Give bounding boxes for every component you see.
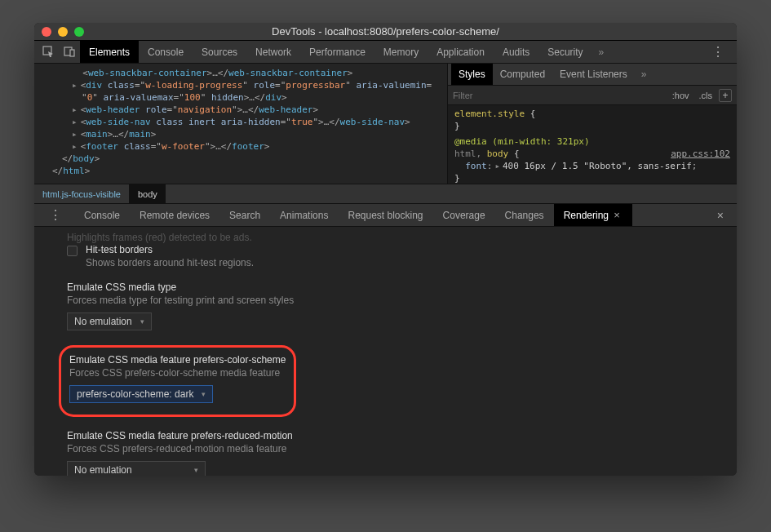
sidebar-tabs: Styles Computed Event Listeners » bbox=[448, 64, 737, 86]
macos-titlebar: DevTools - localhost:8080/prefers-color-… bbox=[34, 23, 737, 41]
chevron-down-icon: ▾ bbox=[194, 466, 198, 474]
prefers-color-scheme-select[interactable]: prefers-color-scheme: dark▾ bbox=[69, 385, 213, 403]
new-style-rule-button[interactable]: + bbox=[719, 89, 732, 102]
tab-security[interactable]: Security bbox=[538, 41, 592, 63]
tab-audits[interactable]: Audits bbox=[494, 41, 538, 63]
hit-test-borders-checkbox[interactable] bbox=[67, 246, 78, 256]
sidebar-tabs-overflow-icon[interactable]: » bbox=[635, 69, 654, 80]
devtools-window: DevTools - localhost:8080/prefers-color-… bbox=[34, 23, 737, 476]
rendering-panel: Highlights frames (red) detected to be a… bbox=[34, 227, 737, 476]
prefers-reduced-motion-select[interactable]: No emulation▾ bbox=[67, 461, 206, 476]
sidebar-tab-event-listeners[interactable]: Event Listeners bbox=[552, 64, 635, 85]
styles-filterbar: :hov .cls + bbox=[448, 86, 737, 105]
traffic-lights bbox=[34, 27, 84, 37]
drawer-menu-icon[interactable]: ⋮ bbox=[41, 207, 71, 223]
settings-menu-icon[interactable]: ⋮ bbox=[703, 44, 733, 60]
styles-filter-input[interactable] bbox=[453, 91, 666, 100]
close-drawer-icon[interactable]: × bbox=[717, 209, 730, 222]
tab-network[interactable]: Network bbox=[246, 41, 300, 63]
breadcrumb: html.js-focus-visible body bbox=[34, 184, 737, 204]
drawer-tab-console[interactable]: Console bbox=[74, 204, 130, 226]
drawer-tab-changes[interactable]: Changes bbox=[495, 204, 554, 226]
source-link[interactable]: app.css:102 bbox=[671, 148, 730, 160]
drawer-tab-coverage[interactable]: Coverage bbox=[433, 204, 495, 226]
styles-pane[interactable]: element.style {} @media (min-width: 321p… bbox=[448, 105, 737, 184]
crumb-body[interactable]: body bbox=[130, 184, 166, 203]
sidebar-tab-styles[interactable]: Styles bbox=[451, 64, 493, 85]
cls-toggle[interactable]: .cls bbox=[696, 91, 716, 100]
drawer: ⋮ Console Remote devices Search Animatio… bbox=[34, 204, 737, 476]
window-title: DevTools - localhost:8080/prefers-color-… bbox=[34, 25, 737, 38]
zoom-window-button[interactable] bbox=[74, 27, 84, 37]
inspect-icon[interactable] bbox=[38, 43, 59, 61]
prefers-reduced-motion-desc: Forces CSS prefers-reduced-motion media … bbox=[67, 443, 722, 454]
prefers-color-scheme-desc: Forces CSS prefers-color-scheme media fe… bbox=[69, 367, 286, 379]
main-tabs: Elements Console Sources Network Perform… bbox=[80, 41, 610, 63]
emulate-media-type-label: Emulate CSS media type bbox=[67, 282, 722, 293]
tab-console[interactable]: Console bbox=[139, 41, 193, 63]
sidebar-tab-computed[interactable]: Computed bbox=[493, 64, 552, 85]
prefers-color-scheme-label: Emulate CSS media feature prefers-color-… bbox=[69, 354, 286, 366]
drawer-tabs: ⋮ Console Remote devices Search Animatio… bbox=[34, 204, 737, 227]
drawer-tab-search[interactable]: Search bbox=[219, 204, 270, 226]
emulate-media-type-desc: Forces media type for testing print and … bbox=[67, 295, 722, 306]
tab-performance[interactable]: Performance bbox=[300, 41, 374, 63]
hit-test-borders-label: Hit-test borders bbox=[86, 244, 254, 255]
prefers-reduced-motion-label: Emulate CSS media feature prefers-reduce… bbox=[67, 430, 722, 441]
minimize-window-button[interactable] bbox=[58, 27, 68, 37]
svg-rect-2 bbox=[70, 50, 74, 56]
close-tab-icon[interactable]: × bbox=[611, 209, 623, 221]
highlight-annotation: Emulate CSS media feature prefers-color-… bbox=[59, 345, 296, 417]
hit-test-borders-desc: Shows borders around hit-test regions. bbox=[86, 257, 254, 268]
main-toolbar: Elements Console Sources Network Perform… bbox=[34, 41, 737, 64]
crumb-html[interactable]: html.js-focus-visible bbox=[34, 184, 130, 203]
close-window-button[interactable] bbox=[42, 27, 51, 37]
tab-sources[interactable]: Sources bbox=[193, 41, 246, 63]
drawer-tab-remote-devices[interactable]: Remote devices bbox=[130, 204, 219, 226]
elements-panel: <web-snackbar-container>…</web-snackbar-… bbox=[34, 64, 737, 184]
drawer-tab-animations[interactable]: Animations bbox=[270, 204, 338, 226]
hov-toggle[interactable]: :hov bbox=[669, 91, 693, 100]
truncated-text: Highlights frames (red) detected to be a… bbox=[67, 232, 722, 243]
chevron-down-icon: ▾ bbox=[202, 390, 206, 398]
tab-memory[interactable]: Memory bbox=[374, 41, 428, 63]
dom-tree[interactable]: <web-snackbar-container>…</web-snackbar-… bbox=[34, 64, 447, 184]
tabs-overflow-icon[interactable]: » bbox=[592, 47, 611, 58]
emulate-media-type-select[interactable]: No emulation▾ bbox=[67, 313, 152, 330]
drawer-tab-request-blocking[interactable]: Request blocking bbox=[338, 204, 432, 226]
chevron-down-icon: ▾ bbox=[140, 317, 144, 326]
device-toggle-icon[interactable] bbox=[59, 43, 80, 61]
tab-application[interactable]: Application bbox=[428, 41, 494, 63]
drawer-tab-rendering[interactable]: Rendering × bbox=[554, 204, 632, 226]
tab-elements[interactable]: Elements bbox=[80, 41, 139, 63]
styles-sidebar: Styles Computed Event Listeners » :hov .… bbox=[447, 64, 737, 184]
